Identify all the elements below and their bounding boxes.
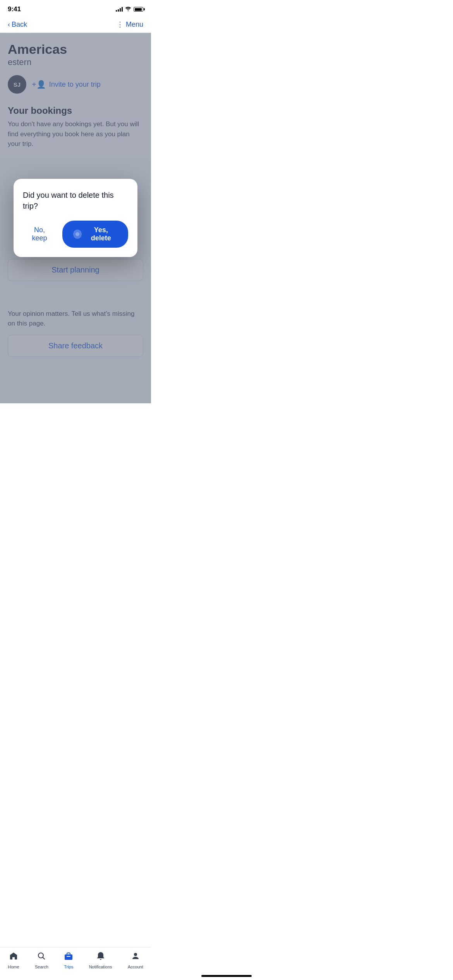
no-keep-button[interactable]: No, keep <box>23 222 56 246</box>
back-label: Back <box>12 21 27 29</box>
wifi-icon <box>125 6 131 12</box>
yes-delete-label: Yes, delete <box>85 226 117 242</box>
status-icons <box>116 6 143 12</box>
delete-trip-dialog: Did you want to delete this trip? No, ke… <box>14 179 137 257</box>
dialog-buttons: No, keep Yes, delete <box>23 221 128 248</box>
dialog-question: Did you want to delete this trip? <box>23 190 128 211</box>
chevron-left-icon: ‹ <box>8 21 10 29</box>
yes-delete-button[interactable]: Yes, delete <box>62 221 128 248</box>
signal-icon <box>116 7 123 12</box>
content-area: Americas estern SJ +👤 Invite to your tri… <box>0 33 151 403</box>
svg-point-0 <box>76 232 79 236</box>
page-wrapper: 9:41 ‹ Back <box>0 0 151 403</box>
delete-icon <box>73 230 82 239</box>
dots-icon: ⋮ <box>117 20 124 29</box>
status-bar: 9:41 <box>0 0 151 16</box>
status-time: 9:41 <box>8 5 21 13</box>
battery-icon <box>134 7 143 12</box>
menu-button[interactable]: ⋮ Menu <box>117 20 143 29</box>
menu-label: Menu <box>126 21 143 29</box>
back-button[interactable]: ‹ Back <box>8 21 27 29</box>
nav-bar: ‹ Back ⋮ Menu <box>0 16 151 33</box>
